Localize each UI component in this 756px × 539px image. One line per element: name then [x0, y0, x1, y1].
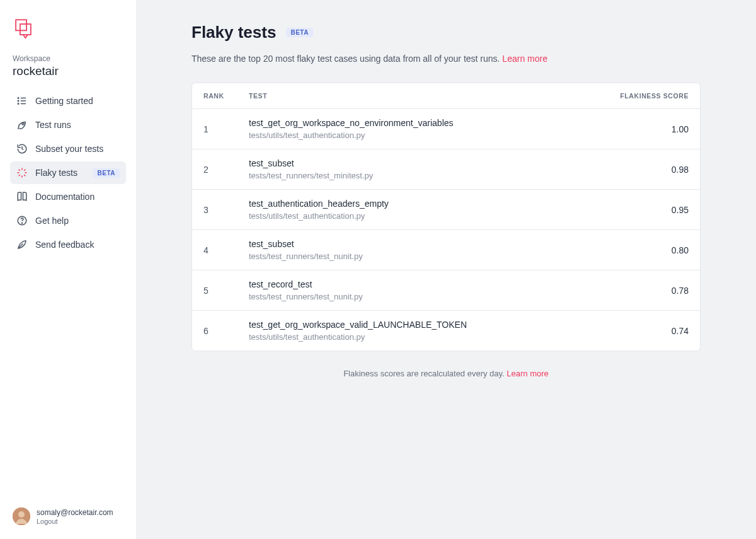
sidebar-item-label: Flaky tests	[35, 168, 82, 178]
sidebar-item-subset-tests[interactable]: Subset your tests	[10, 137, 126, 160]
sidebar-item-get-help[interactable]: Get help	[10, 209, 126, 232]
svg-point-5	[18, 103, 19, 105]
rank-cell: 2	[203, 165, 249, 175]
avatar-icon	[13, 507, 30, 525]
col-test: Test	[249, 92, 600, 100]
table-row[interactable]: 1 test_get_org_workspace_no_environment_…	[192, 109, 700, 149]
workspace-name[interactable]: rocketair	[10, 63, 126, 90]
test-name: test_authentication_headers_empty	[249, 199, 600, 209]
test-name: test_get_org_workspace_valid_LAUNCHABLE_…	[249, 320, 600, 330]
test-cell: test_record_test tests/test_runners/test…	[249, 279, 600, 301]
svg-point-10	[18, 511, 25, 518]
score-cell: 0.78	[600, 286, 689, 296]
table-row[interactable]: 5 test_record_test tests/test_runners/te…	[192, 270, 700, 311]
test-name: test_subset	[249, 239, 600, 249]
nav: Getting started Test runs Subset your te…	[10, 90, 126, 256]
table-row[interactable]: 6 test_get_org_workspace_valid_LAUNCHABL…	[192, 311, 700, 351]
sidebar-item-send-feedback[interactable]: Send feedback	[10, 233, 126, 256]
test-cell: test_get_org_workspace_no_environment_va…	[249, 118, 600, 140]
svg-point-3	[18, 98, 19, 99]
logo-icon	[13, 18, 34, 39]
table-row[interactable]: 2 test_subset tests/test_runners/test_mi…	[192, 149, 700, 190]
test-path: tests/utils/test_authentication.py	[249, 332, 600, 342]
book-icon	[16, 191, 28, 202]
sidebar-item-label: Get help	[35, 216, 120, 226]
test-path: tests/test_runners/test_nunit.py	[249, 292, 600, 301]
col-score: Flakiness score	[600, 92, 689, 100]
sidebar-footer: somaly@rocketair.com Logout	[10, 504, 126, 529]
score-cell: 0.95	[600, 205, 689, 215]
test-path: tests/test_runners/test_minitest.py	[249, 171, 600, 180]
title-beta-badge: BETA	[286, 28, 312, 37]
sidebar-item-label: Getting started	[35, 96, 120, 106]
footnote: Flakiness scores are recalculated every …	[192, 369, 701, 378]
main-content: Flaky tests BETA These are the top 20 mo…	[136, 0, 756, 539]
test-cell: test_subset tests/test_runners/test_mini…	[249, 158, 600, 180]
sidebar-item-label: Test runs	[35, 120, 120, 130]
sidebar-item-test-runs[interactable]: Test runs	[10, 113, 126, 136]
rocket-icon	[16, 119, 28, 130]
rank-cell: 1	[203, 124, 249, 134]
help-icon	[16, 215, 28, 226]
learn-more-link[interactable]: Learn more	[502, 54, 547, 64]
beta-badge: BETA	[93, 168, 120, 178]
score-cell: 0.80	[600, 245, 689, 255]
sidebar-item-label: Send feedback	[35, 240, 120, 250]
page-title: Flaky tests	[192, 23, 276, 42]
rank-cell: 3	[203, 205, 249, 215]
logo[interactable]	[10, 15, 126, 54]
test-cell: test_authentication_headers_empty tests/…	[249, 199, 600, 221]
score-cell: 1.00	[600, 124, 689, 134]
page-title-row: Flaky tests BETA	[192, 23, 701, 42]
table-row[interactable]: 3 test_authentication_headers_empty test…	[192, 190, 700, 230]
feather-icon	[16, 239, 28, 250]
test-path: tests/test_runners/test_nunit.py	[249, 252, 600, 261]
svg-point-6	[22, 123, 24, 125]
test-name: test_get_org_workspace_no_environment_va…	[249, 118, 600, 128]
clock-back-icon	[16, 143, 28, 154]
sidebar: Workspace rocketair Getting started Test…	[0, 0, 136, 539]
sidebar-item-getting-started[interactable]: Getting started	[10, 90, 126, 112]
sidebar-item-label: Subset your tests	[35, 144, 120, 154]
logout-link[interactable]: Logout	[37, 518, 113, 525]
col-rank: Rank	[203, 92, 249, 100]
score-cell: 0.74	[600, 326, 689, 336]
workspace-label: Workspace	[10, 54, 126, 63]
score-cell: 0.98	[600, 165, 689, 175]
table-header: Rank Test Flakiness score	[192, 83, 700, 109]
test-name: test_subset	[249, 158, 600, 168]
sidebar-item-flaky-tests[interactable]: Flaky tests BETA	[10, 161, 126, 184]
table-row[interactable]: 4 test_subset tests/test_runners/test_nu…	[192, 230, 700, 270]
user-info: somaly@rocketair.com Logout	[37, 508, 113, 525]
sidebar-item-documentation[interactable]: Documentation	[10, 185, 126, 208]
svg-point-4	[18, 100, 19, 101]
description-text: These are the top 20 most flaky test cas…	[192, 54, 500, 64]
test-cell: test_subset tests/test_runners/test_nuni…	[249, 239, 600, 261]
flaky-tests-table: Rank Test Flakiness score 1 test_get_org…	[192, 83, 701, 351]
sidebar-item-label: Documentation	[35, 192, 120, 202]
rank-cell: 6	[203, 326, 249, 336]
user-email: somaly@rocketair.com	[37, 508, 113, 517]
rank-cell: 4	[203, 245, 249, 255]
spark-icon	[16, 167, 28, 178]
test-path: tests/utils/test_authentication.py	[249, 130, 600, 140]
page-description: These are the top 20 most flaky test cas…	[192, 54, 701, 64]
rank-cell: 5	[203, 286, 249, 296]
footnote-learn-more-link[interactable]: Learn more	[507, 369, 548, 378]
svg-point-8	[21, 223, 22, 223]
test-cell: test_get_org_workspace_valid_LAUNCHABLE_…	[249, 320, 600, 342]
avatar[interactable]	[13, 507, 30, 525]
footnote-text: Flakiness scores are recalculated every …	[343, 369, 505, 378]
list-icon	[16, 95, 28, 107]
test-path: tests/utils/test_authentication.py	[249, 211, 600, 221]
test-name: test_record_test	[249, 279, 600, 289]
